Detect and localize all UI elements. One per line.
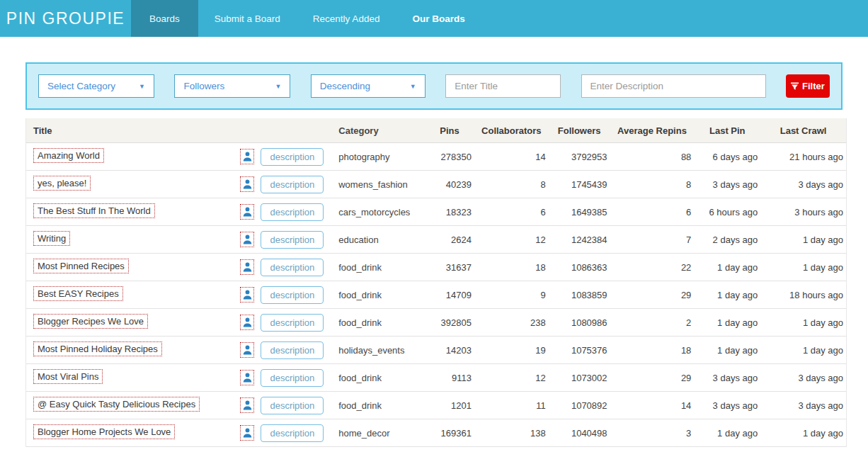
last-pin-cell: 1 day ago — [694, 317, 760, 328]
table-row: @ Easy Quick Tasty Delicious Recipes des… — [26, 392, 846, 419]
sort-field-select-value: Followers — [183, 81, 224, 91]
board-title[interactable]: Most Viral Pins — [33, 369, 103, 384]
board-title[interactable]: Most Pinned Recipes — [33, 259, 129, 273]
category-cell: cars_motorcycles — [333, 207, 425, 217]
chevron-down-icon: ▼ — [410, 83, 416, 90]
column-header-last-pin: Last Pin — [694, 125, 760, 136]
last-pin-cell: 1 day ago — [694, 290, 760, 300]
board-title[interactable]: The Best Stuff In The World — [33, 203, 155, 218]
category-select[interactable]: Select Category ▼ — [38, 74, 154, 98]
person-icon — [243, 345, 252, 355]
nav-tab-boards[interactable]: Boards — [131, 0, 198, 37]
last-pin-cell: 3 days ago — [694, 179, 760, 190]
last-crawl-cell: 18 hours ago — [760, 290, 846, 300]
description-button[interactable]: description — [261, 286, 324, 304]
collaborators-cell: 138 — [474, 428, 549, 439]
nav-tab-our-boards[interactable]: Our Boards — [396, 0, 481, 37]
pins-cell: 18323 — [425, 207, 474, 217]
collaborators-user-icon[interactable] — [240, 176, 254, 192]
pins-cell: 40239 — [425, 179, 474, 190]
description-button[interactable]: description — [261, 148, 324, 166]
table-row: Best EASY Recipes description food_drink… — [26, 281, 846, 309]
board-title[interactable]: Blogger Recipes We Love — [33, 314, 148, 329]
table-row: Most Pinned Recipes description food_dri… — [26, 254, 846, 281]
person-icon — [243, 400, 252, 410]
table-row: The Best Stuff In The World description … — [26, 198, 846, 226]
collaborators-user-icon[interactable] — [240, 259, 254, 275]
collaborators-cell: 9 — [474, 290, 549, 300]
last-pin-cell: 3 days ago — [694, 400, 760, 411]
followers-cell: 1242384 — [549, 235, 610, 245]
column-header-title: Title — [26, 125, 234, 136]
category-select-value: Select Category — [47, 81, 115, 91]
nav-tab-submit-a-board[interactable]: Submit a Board — [198, 0, 297, 37]
collaborators-user-icon[interactable] — [240, 425, 254, 441]
board-title[interactable]: Writing — [33, 231, 70, 246]
last-pin-cell: 6 hours ago — [694, 207, 760, 217]
average-repins-cell: 8 — [610, 179, 695, 190]
last-pin-cell: 1 day ago — [694, 428, 760, 439]
board-title[interactable]: yes, please! — [33, 176, 91, 191]
collaborators-cell: 6 — [474, 207, 549, 217]
followers-cell: 1075376 — [549, 345, 610, 356]
last-pin-cell: 3 days ago — [694, 373, 760, 383]
filter-button[interactable]: Filter — [786, 74, 830, 98]
sort-field-select[interactable]: Followers ▼ — [174, 74, 290, 98]
description-button[interactable]: description — [261, 369, 324, 387]
column-header-category: Category — [333, 125, 425, 136]
board-title[interactable]: Most Pinned Holiday Recipes — [33, 341, 162, 356]
pins-cell: 1201 — [425, 400, 474, 411]
category-cell: food_drink — [333, 373, 425, 383]
pins-cell: 9113 — [425, 373, 474, 383]
description-button[interactable]: description — [261, 203, 324, 221]
person-icon — [243, 290, 252, 300]
description-button[interactable]: description — [261, 231, 324, 249]
description-button[interactable]: description — [261, 259, 324, 276]
average-repins-cell: 7 — [610, 235, 695, 245]
last-crawl-cell: 3 days ago — [760, 179, 846, 190]
collaborators-user-icon[interactable] — [240, 397, 254, 413]
category-cell: home_decor — [333, 428, 425, 439]
title-input[interactable] — [445, 74, 561, 98]
sort-order-select[interactable]: Descending ▼ — [311, 74, 426, 98]
collaborators-cell: 14 — [474, 152, 549, 162]
collaborators-cell: 12 — [474, 235, 549, 245]
description-button[interactable]: description — [261, 314, 324, 332]
last-pin-cell: 6 days ago — [694, 152, 760, 162]
description-input[interactable] — [581, 74, 766, 98]
collaborators-cell: 238 — [474, 317, 549, 328]
average-repins-cell: 2 — [610, 317, 695, 328]
description-button[interactable]: description — [261, 341, 324, 359]
pins-cell: 14709 — [425, 290, 474, 300]
chevron-down-icon: ▼ — [139, 83, 145, 90]
board-title[interactable]: Blogger Home Projects We Love — [33, 424, 175, 439]
last-pin-cell: 1 day ago — [694, 345, 760, 356]
category-cell: food_drink — [333, 290, 425, 300]
collaborators-user-icon[interactable] — [240, 315, 254, 330]
description-button[interactable]: description — [261, 424, 324, 442]
filter-funnel-icon — [791, 82, 799, 91]
last-crawl-cell: 1 day ago — [760, 345, 846, 356]
board-title[interactable]: Amazing World — [33, 148, 104, 163]
board-title[interactable]: Best EASY Recipes — [33, 286, 123, 301]
collaborators-user-icon[interactable] — [240, 287, 254, 303]
board-title[interactable]: @ Easy Quick Tasty Delicious Recipes — [33, 397, 200, 412]
description-button[interactable]: description — [261, 397, 324, 414]
category-cell: education — [333, 235, 425, 245]
table-header-row: Title Category Pins Collaborators Follow… — [26, 118, 846, 143]
collaborators-user-icon[interactable] — [240, 370, 254, 385]
collaborators-user-icon[interactable] — [240, 232, 254, 247]
collaborators-cell: 11 — [474, 400, 549, 411]
app-logo: PIN GROUPIE — [0, 0, 131, 37]
collaborators-user-icon[interactable] — [240, 342, 254, 358]
collaborators-user-icon[interactable] — [240, 149, 254, 164]
followers-cell: 1073002 — [549, 373, 610, 383]
nav-tab-recently-added[interactable]: Recently Added — [297, 0, 396, 37]
pins-cell: 14203 — [425, 345, 474, 356]
collaborators-user-icon[interactable] — [240, 204, 254, 220]
collaborators-cell: 18 — [474, 262, 549, 273]
description-button[interactable]: description — [261, 176, 324, 193]
followers-cell: 1040498 — [549, 428, 610, 439]
pins-cell: 2624 — [425, 235, 474, 245]
person-icon — [243, 152, 252, 162]
